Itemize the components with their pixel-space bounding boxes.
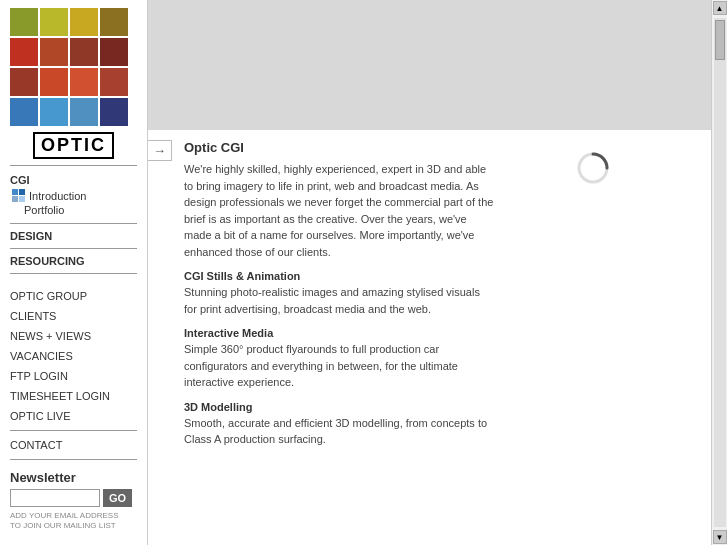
- section-3d-heading: 3D Modelling: [184, 401, 695, 413]
- nav-optic-live[interactable]: OPTIC LIVE: [0, 406, 147, 426]
- nav-vacancies[interactable]: VACANCIES: [0, 346, 147, 366]
- nav-introduction[interactable]: Introduction: [10, 188, 137, 203]
- section-3d-body: Smooth, accurate and efficient 3D modell…: [184, 415, 494, 448]
- scroll-down-arrow[interactable]: ▼: [713, 530, 727, 544]
- newsletter-hint: ADD YOUR EMAIL ADDRESSTO JOIN OUR MAILIN…: [10, 511, 137, 532]
- scroll-up-arrow[interactable]: ▲: [713, 1, 727, 15]
- nav-section-cgi: CGI Introduction Portfolio: [0, 170, 147, 219]
- section-cgi-stills-body: Stunning photo-realistic images and amaz…: [184, 284, 494, 317]
- logo-color-cell: [10, 68, 38, 96]
- intro-icon-cell: [19, 189, 25, 195]
- divider-6: [10, 459, 137, 460]
- logo-color-cell: [70, 68, 98, 96]
- logo-color-cell: [40, 8, 68, 36]
- divider-1: [10, 165, 137, 166]
- section-interactive-body: Simple 360° product flyarounds to full p…: [184, 341, 494, 391]
- nav-contact[interactable]: CONTACT: [0, 435, 147, 455]
- top-image-bar: [148, 0, 711, 130]
- newsletter-section: Newsletter GO ADD YOUR EMAIL ADDRESSTO J…: [0, 464, 147, 536]
- logo-color-cell: [100, 68, 128, 96]
- nav-design[interactable]: DESIGN: [0, 228, 147, 244]
- divider-3: [10, 248, 137, 249]
- content-main-title: Optic CGI: [184, 140, 695, 155]
- main-area: → Optic CGI We're highly skilled, highly…: [148, 0, 711, 545]
- newsletter-input-row: GO: [10, 489, 137, 507]
- nav-optic-group[interactable]: OPTIC GROUP: [0, 286, 147, 306]
- nav-portfolio-label: Portfolio: [24, 204, 64, 216]
- section-cgi-stills: CGI Stills & Animation Stunning photo-re…: [184, 270, 695, 317]
- divider-4: [10, 273, 137, 274]
- nav-portfolio[interactable]: Portfolio: [10, 203, 137, 217]
- logo-color-cell: [10, 38, 38, 66]
- logo-color-cell: [100, 8, 128, 36]
- logo-color-cell: [10, 98, 38, 126]
- content-main-body: We're highly skilled, highly experienced…: [184, 161, 494, 260]
- newsletter-go-button[interactable]: GO: [103, 489, 132, 507]
- logo-text-container: OPTIC: [10, 132, 137, 159]
- newsletter-email-input[interactable]: [10, 489, 100, 507]
- scroll-thumb[interactable]: [715, 20, 725, 60]
- newsletter-title: Newsletter: [10, 470, 137, 485]
- nav-timesheet-login[interactable]: TIMESHEET LOGIN: [0, 386, 147, 406]
- intro-icon-cell: [12, 196, 18, 202]
- intro-icon-cell: [19, 196, 25, 202]
- intro-icon-cell: [12, 189, 18, 195]
- section-interactive-heading: Interactive Media: [184, 327, 695, 339]
- logo-color-cell: [70, 8, 98, 36]
- nav-resourcing[interactable]: RESOURCING: [0, 253, 147, 269]
- logo-color-cell: [40, 98, 68, 126]
- nav-news-views[interactable]: NEWS + VIEWS: [0, 326, 147, 346]
- divider-5: [10, 430, 137, 431]
- sidebar: OPTIC CGI Introduction Portfolio DESIGN …: [0, 0, 148, 545]
- logo-color-cell: [70, 38, 98, 66]
- logo-grid: [10, 8, 138, 126]
- logo-color-cell: [100, 38, 128, 66]
- loading-spinner: [575, 150, 611, 188]
- scrollbar: ▲ ▼: [711, 0, 727, 545]
- logo-text: OPTIC: [33, 132, 114, 159]
- content-area: → Optic CGI We're highly skilled, highly…: [148, 130, 711, 545]
- nav-introduction-label: Introduction: [29, 190, 86, 202]
- nav-clients[interactable]: CLIENTS: [0, 306, 147, 326]
- nav-cgi-title: CGI: [10, 174, 137, 186]
- logo-color-cell: [100, 98, 128, 126]
- nav-ftp-login[interactable]: FTP LOGIN: [0, 366, 147, 386]
- section-cgi-stills-heading: CGI Stills & Animation: [184, 270, 695, 282]
- logo-color-cell: [10, 8, 38, 36]
- divider-2: [10, 223, 137, 224]
- scroll-track[interactable]: [714, 18, 726, 527]
- content-inner: Optic CGI We're highly skilled, highly e…: [184, 140, 695, 448]
- arrow-button[interactable]: →: [148, 140, 172, 161]
- section-3d-modelling: 3D Modelling Smooth, accurate and effici…: [184, 401, 695, 448]
- logo-color-cell: [40, 38, 68, 66]
- logo-color-cell: [40, 68, 68, 96]
- section-interactive-media: Interactive Media Simple 360° product fl…: [184, 327, 695, 391]
- logo-color-cell: [70, 98, 98, 126]
- intro-icon-grid: [12, 189, 25, 202]
